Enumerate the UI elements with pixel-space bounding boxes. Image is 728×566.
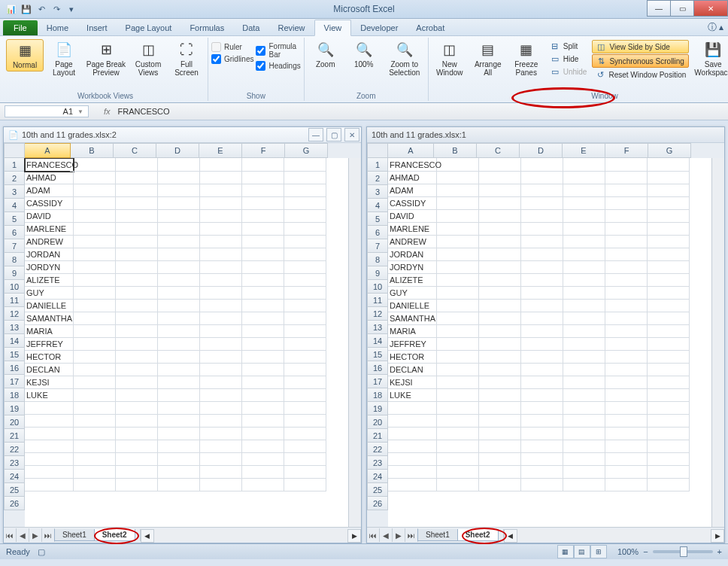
cell[interactable] xyxy=(112,350,158,364)
cell[interactable] xyxy=(517,286,563,300)
cell[interactable] xyxy=(517,440,563,453)
cell[interactable]: KEJSI xyxy=(388,376,437,389)
cell[interactable] xyxy=(112,478,158,491)
cell[interactable] xyxy=(433,273,479,287)
cell[interactable] xyxy=(154,324,200,338)
cell[interactable] xyxy=(388,465,437,479)
cell[interactable] xyxy=(25,452,74,466)
column-header[interactable]: G xyxy=(285,143,328,158)
cell[interactable] xyxy=(644,235,690,248)
cell[interactable] xyxy=(602,235,648,248)
cell[interactable]: DAVID xyxy=(388,209,437,223)
cell[interactable]: JORDAN xyxy=(388,248,437,261)
pane-maximize-button[interactable]: ▢ xyxy=(326,128,341,142)
cell[interactable] xyxy=(154,337,200,351)
cell[interactable] xyxy=(281,184,326,197)
cell[interactable] xyxy=(196,427,242,440)
cell[interactable] xyxy=(196,401,242,415)
cell[interactable] xyxy=(602,158,648,172)
cell[interactable]: MARIA xyxy=(25,324,74,338)
custom-views-button[interactable]: ◫Custom Views xyxy=(130,39,166,78)
cell[interactable] xyxy=(196,414,242,428)
cell[interactable] xyxy=(112,248,158,261)
cell[interactable] xyxy=(602,452,648,466)
cell[interactable]: GUY xyxy=(388,286,437,300)
cell[interactable] xyxy=(238,465,284,479)
cell[interactable] xyxy=(281,337,326,351)
cell[interactable] xyxy=(238,440,284,453)
sheet-tab-sheet1[interactable]: Sheet1 xyxy=(417,529,458,541)
row-header[interactable]: 2 xyxy=(367,172,388,185)
cell[interactable] xyxy=(517,222,563,236)
zoom-percent[interactable]: 100% xyxy=(617,547,639,556)
cell[interactable] xyxy=(560,171,605,184)
cell[interactable] xyxy=(475,440,521,453)
cell[interactable] xyxy=(560,222,605,236)
cell[interactable] xyxy=(517,363,563,376)
cell[interactable] xyxy=(112,286,158,300)
cell[interactable] xyxy=(388,414,437,428)
tab-review[interactable]: Review xyxy=(268,20,314,35)
row-header[interactable]: 16 xyxy=(367,361,388,375)
cell[interactable] xyxy=(238,350,284,364)
cell[interactable] xyxy=(644,388,690,402)
cell[interactable] xyxy=(281,427,326,440)
cell[interactable] xyxy=(70,235,116,248)
cell[interactable] xyxy=(281,158,326,172)
column-header[interactable]: C xyxy=(114,143,156,158)
cell[interactable] xyxy=(196,376,242,389)
cell[interactable] xyxy=(70,273,116,287)
cell[interactable] xyxy=(112,440,158,453)
cell[interactable] xyxy=(196,248,242,261)
cell[interactable] xyxy=(644,337,690,351)
cell[interactable] xyxy=(70,209,116,223)
row-header[interactable]: 26 xyxy=(367,497,388,510)
cell[interactable] xyxy=(475,414,521,428)
column-header[interactable]: E xyxy=(563,143,605,158)
column-header[interactable]: E xyxy=(199,143,242,158)
cell[interactable] xyxy=(112,388,158,402)
cell[interactable] xyxy=(560,196,605,210)
cell[interactable] xyxy=(281,376,326,389)
freeze-panes-button[interactable]: ▦Freeze Panes xyxy=(508,39,544,78)
zoom-slider-thumb[interactable] xyxy=(680,546,687,557)
cell[interactable] xyxy=(238,427,284,440)
hscroll-left-icon[interactable]: ◀ xyxy=(504,529,517,543)
column-header[interactable]: D xyxy=(520,143,563,158)
cell[interactable]: GUY xyxy=(25,286,74,300)
cell[interactable] xyxy=(475,388,521,402)
cell[interactable] xyxy=(602,478,648,491)
cell[interactable] xyxy=(517,209,563,223)
cell[interactable] xyxy=(112,158,158,172)
cell[interactable]: LUKE xyxy=(388,388,437,402)
column-header[interactable]: A xyxy=(25,143,71,158)
row-header[interactable]: 20 xyxy=(367,415,388,429)
cell[interactable] xyxy=(517,376,563,389)
cell[interactable] xyxy=(196,478,242,491)
cell[interactable] xyxy=(70,286,116,300)
cell[interactable] xyxy=(644,312,690,325)
cell[interactable] xyxy=(560,440,605,453)
cell[interactable] xyxy=(112,260,158,274)
ruler-checkbox[interactable]: Ruler xyxy=(211,42,253,52)
cell[interactable] xyxy=(112,299,158,312)
cell[interactable] xyxy=(475,452,521,466)
cell[interactable] xyxy=(112,235,158,248)
zoom-slider[interactable] xyxy=(653,550,713,553)
view-side-by-side-button[interactable]: ◫View Side by Side xyxy=(592,40,689,53)
cell[interactable] xyxy=(154,414,200,428)
cell[interactable] xyxy=(475,350,521,364)
cell[interactable] xyxy=(602,196,648,210)
cell[interactable] xyxy=(154,363,200,376)
cell[interactable] xyxy=(475,376,521,389)
cell[interactable] xyxy=(70,388,116,402)
cell[interactable] xyxy=(475,324,521,338)
row-header[interactable]: 5 xyxy=(367,212,388,226)
row-header[interactable]: 18 xyxy=(367,388,388,402)
cell[interactable] xyxy=(154,196,200,210)
cell[interactable] xyxy=(70,478,116,491)
cell[interactable] xyxy=(281,452,326,466)
row-header[interactable]: 24 xyxy=(4,470,25,483)
cell[interactable] xyxy=(644,222,690,236)
cell[interactable] xyxy=(70,363,116,376)
